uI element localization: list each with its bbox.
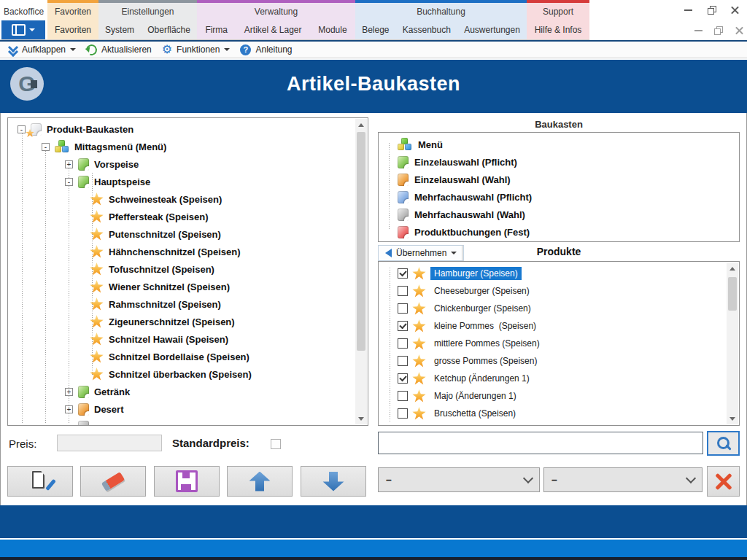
ribbon-item-system[interactable]: System [102, 23, 137, 36]
scroll-up-icon[interactable] [727, 262, 738, 274]
tree-item[interactable]: + Vorspeise [8, 155, 139, 173]
window-restore-button[interactable] [703, 3, 721, 18]
product-checkbox[interactable] [398, 408, 408, 419]
product-checkbox[interactable] [398, 321, 408, 331]
tab-buchhaltung-label: Buchhaltung [417, 4, 465, 17]
ribbon-item-kassenbuch[interactable]: Kassenbuch [400, 23, 454, 36]
ribbon-item-oberflaeche[interactable]: Oberfläche [144, 23, 193, 36]
tree-expander[interactable]: + [65, 405, 73, 413]
new-edit-button[interactable] [7, 466, 73, 497]
product-label: kleine Pommes (Speisen) [430, 319, 540, 332]
child-close-button[interactable] [729, 23, 747, 38]
window-minimize-button[interactable] [678, 3, 697, 18]
tab-backoffice[interactable]: Backoffice [0, 0, 47, 20]
scroll-up-icon[interactable] [355, 119, 367, 131]
search-button[interactable] [707, 431, 740, 456]
baukasten-item[interactable]: Mehrfachauswahl (Wahl) [379, 206, 525, 223]
product-row[interactable]: Hamburger (Speisen) [379, 265, 522, 282]
tree-item[interactable]: - Produkt-Baukasten [8, 120, 133, 138]
tree-item[interactable]: + Getränk [8, 383, 130, 400]
product-row[interactable]: mittlere Pommes (Speisen) [379, 335, 543, 352]
ribbon-item-auswertungen[interactable]: Auswertungen [461, 23, 523, 36]
tree-item[interactable]: - Hauptspeise [8, 173, 150, 190]
ribbon-item-favoriten[interactable]: Favoriten [52, 23, 94, 36]
ribbon-item-belege[interactable]: Belege [359, 23, 392, 36]
product-checkbox[interactable] [398, 373, 408, 384]
app-menu-button[interactable] [1, 20, 45, 39]
scroll-down-icon[interactable] [355, 413, 367, 424]
aufklappen-button[interactable]: Aufklappen [7, 44, 76, 55]
anleitung-button[interactable]: ? Anleitung [240, 44, 292, 55]
window-close-button[interactable] [725, 3, 744, 18]
tree-item[interactable]: Schnitzel überbacken (Speisen) [8, 365, 252, 383]
tab-buchhaltung[interactable]: Buchhaltung [355, 0, 527, 20]
delete-button[interactable] [80, 466, 146, 497]
tab-verwaltung[interactable]: Verwaltung [197, 0, 355, 20]
product-row[interactable]: grosse Pommes (Speisen) [379, 352, 541, 370]
child-restore-button[interactable] [709, 23, 728, 38]
baukasten-item[interactable]: Mehrfachauswahl (Pflicht) [379, 188, 532, 206]
product-row[interactable]: Bruschetta (Speisen) [379, 405, 519, 422]
tree-item[interactable]: Tofuschnitzel (Speisen) [8, 260, 214, 278]
product-row[interactable]: Majo (Änderungen 1) [379, 387, 520, 405]
preis-input[interactable] [57, 435, 162, 451]
tree-item[interactable]: - Mittagsmenü (Menü) [8, 138, 166, 155]
tab-favoriten[interactable]: Favoriten [47, 0, 98, 20]
product-checkbox[interactable] [398, 286, 408, 296]
product-checkbox[interactable] [398, 391, 408, 401]
product-checkbox[interactable] [398, 338, 408, 349]
product-row[interactable]: Cheeseburger (Speisen) [379, 282, 533, 300]
scroll-down-icon[interactable] [727, 413, 738, 424]
page-orange-icon [398, 174, 409, 186]
baukasten-item[interactable]: Einzelauswahl (Wahl) [379, 171, 511, 188]
move-down-button[interactable] [301, 466, 366, 497]
tree-item[interactable]: Schweinesteak (Speisen) [8, 190, 222, 208]
move-up-button[interactable] [227, 466, 293, 497]
child-minimize-button[interactable] [689, 23, 708, 38]
star-icon [412, 424, 426, 427]
tree-item[interactable]: + Desert [8, 400, 123, 418]
tree-scrollbar[interactable] [355, 119, 367, 424]
ribbon-item-firma[interactable]: Firma [202, 23, 231, 36]
scrollbar-thumb[interactable] [357, 132, 365, 351]
baukasten-item[interactable]: Menü [379, 136, 443, 153]
ribbon-item-artikel-lager[interactable]: Artikel & Lager [241, 23, 305, 36]
tree-expander[interactable]: - [42, 143, 50, 151]
product-row[interactable]: Ketchup (Änderungen 1) [379, 370, 533, 387]
aktualisieren-button[interactable]: Aktualisieren [86, 44, 152, 55]
dropdown-1[interactable]: – [378, 467, 540, 492]
ribbon-item-module[interactable]: Module [315, 23, 349, 36]
product-row-clipped [379, 422, 426, 426]
search-input[interactable] [378, 432, 703, 454]
tree-item[interactable]: Rahmschnitzel (Speisen) [8, 295, 221, 313]
tree-item[interactable]: Schnitzel Bordellaise (Speisen) [8, 348, 249, 365]
save-button[interactable] [154, 466, 220, 497]
baukasten-item[interactable]: Produktbuchungen (Fest) [379, 223, 530, 241]
remove-button[interactable] [707, 466, 740, 497]
dropdown-2[interactable]: – [543, 467, 703, 492]
tree-item[interactable]: Pfeffersteak (Speisen) [8, 208, 209, 225]
product-row[interactable]: kleine Pommes (Speisen) [379, 317, 540, 335]
product-checkbox[interactable] [398, 356, 408, 366]
tree-expander[interactable]: + [65, 388, 73, 396]
ribbon-item-hilfe-infos[interactable]: Hilfe & Infos [532, 23, 585, 36]
product-checkbox[interactable] [398, 268, 408, 279]
products-scrollbar[interactable] [727, 262, 738, 424]
tab-support[interactable]: Support [527, 0, 589, 20]
tree-item[interactable]: Putenschnitzel (Speisen) [8, 225, 221, 243]
product-checkbox[interactable] [398, 303, 408, 314]
tree-item[interactable]: Hähnchenschnitzel (Speisen) [8, 243, 241, 260]
standardpreis-checkbox[interactable] [271, 439, 281, 449]
product-row[interactable]: Chickenburger (Speisen) [379, 300, 535, 317]
funktionen-button[interactable]: ⚙ Funktionen [162, 44, 231, 55]
tree-item[interactable]: Wiener Schnitzel (Speisen) [8, 278, 230, 295]
baukasten-item[interactable]: Einzelauswahl (Pflicht) [379, 153, 517, 171]
tree-expander[interactable]: + [65, 160, 73, 168]
tree-item[interactable]: Schnitzel Hawaii (Speisen) [8, 330, 228, 348]
tree-expander[interactable]: - [65, 178, 73, 186]
scrollbar-thumb[interactable] [728, 277, 737, 311]
product-label: mittlere Pommes (Speisen) [430, 337, 543, 350]
tab-einstellungen[interactable]: Einstellungen [98, 0, 197, 20]
tree-item[interactable]: Zigeunerschnitzel (Speisen) [8, 313, 235, 330]
tree-expander[interactable]: - [18, 125, 26, 133]
